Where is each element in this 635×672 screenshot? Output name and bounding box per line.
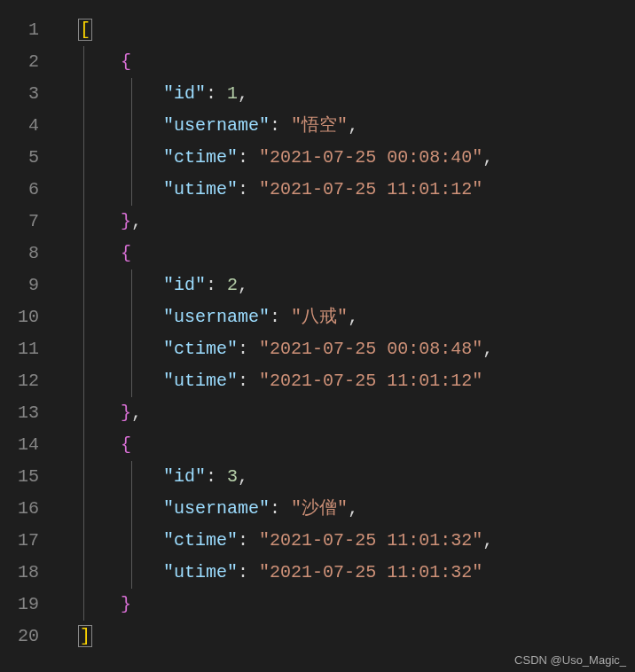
line-number: 1 (0, 14, 55, 46)
json-key: "ctime" (163, 147, 238, 168)
json-value-number: 3 (227, 466, 238, 487)
open-brace: { (121, 51, 131, 72)
code-line: { (78, 46, 635, 78)
open-brace: { (121, 243, 131, 263)
code-line: "id": 1, (78, 78, 635, 110)
code-line: "utime": "2021-07-25 11:01:12" (78, 365, 635, 397)
code-area[interactable]: [ { "id": 1, "username": "悟空", "ctime": … (55, 0, 635, 672)
line-number: 9 (0, 270, 55, 301)
json-value-string: "沙僧" (291, 498, 348, 519)
json-key: "username" (163, 307, 270, 327)
code-line: }, (78, 397, 635, 429)
json-value-string: "2021-07-25 11:01:32" (259, 530, 482, 551)
line-number: 6 (0, 174, 55, 206)
watermark-text: CSDN @Uso_Magic_ (514, 653, 626, 667)
line-number: 13 (0, 397, 55, 429)
line-number: 18 (0, 557, 55, 589)
json-key: "utime" (163, 371, 238, 391)
json-key: "id" (163, 466, 206, 487)
json-key: "id" (163, 275, 206, 295)
json-value-string: "2021-07-25 11:01:12" (259, 179, 482, 199)
json-key: "utime" (163, 562, 238, 582)
code-line: }, (78, 206, 635, 238)
close-brace: } (121, 594, 131, 614)
json-value-number: 1 (227, 83, 238, 104)
json-key: "username" (163, 498, 270, 519)
code-line: "ctime": "2021-07-25 11:01:32", (78, 525, 635, 557)
json-key: "username" (163, 115, 270, 136)
close-brace: } (121, 402, 131, 423)
json-value-number: 2 (227, 275, 238, 295)
code-line: "username": "沙僧", (78, 493, 635, 525)
code-line: "utime": "2021-07-25 11:01:12" (78, 174, 635, 206)
json-value-string: "八戒" (291, 307, 348, 327)
line-number: 7 (0, 206, 55, 238)
code-line: ] (78, 621, 635, 652)
code-line: { (78, 238, 635, 270)
json-value-string: "2021-07-25 11:01:12" (259, 371, 482, 391)
line-number: 3 (0, 78, 55, 110)
line-number-gutter: 1 2 3 4 5 6 7 8 9 10 11 12 13 14 15 16 1… (0, 0, 55, 672)
json-value-string: "2021-07-25 00:08:40" (259, 147, 482, 168)
json-value-string: "2021-07-25 11:01:32" (259, 562, 482, 582)
line-number: 20 (0, 621, 55, 652)
code-line: "utime": "2021-07-25 11:01:32" (78, 557, 635, 589)
line-number: 19 (0, 589, 55, 621)
line-number: 12 (0, 365, 55, 397)
close-bracket: ] (78, 625, 92, 647)
code-line: [ (78, 14, 635, 46)
code-line: "id": 3, (78, 461, 635, 493)
code-line: "username": "八戒", (78, 301, 635, 333)
json-key: "id" (163, 83, 206, 104)
line-number: 14 (0, 429, 55, 461)
line-number: 5 (0, 142, 55, 174)
code-editor: 1 2 3 4 5 6 7 8 9 10 11 12 13 14 15 16 1… (0, 0, 635, 672)
open-bracket: [ (78, 19, 92, 41)
code-line: "ctime": "2021-07-25 00:08:40", (78, 142, 635, 174)
close-brace: } (121, 211, 131, 231)
code-line: "username": "悟空", (78, 110, 635, 142)
line-number: 4 (0, 110, 55, 142)
json-value-string: "2021-07-25 00:08:48" (259, 339, 482, 359)
line-number: 8 (0, 238, 55, 270)
code-line: "id": 2, (78, 270, 635, 301)
line-number: 16 (0, 493, 55, 525)
line-number: 17 (0, 525, 55, 557)
json-value-string: "悟空" (291, 115, 348, 136)
json-key: "ctime" (163, 339, 238, 359)
line-number: 10 (0, 301, 55, 333)
json-key: "utime" (163, 179, 238, 199)
line-number: 15 (0, 461, 55, 493)
open-brace: { (121, 434, 131, 455)
line-number: 11 (0, 333, 55, 365)
line-number: 2 (0, 46, 55, 78)
json-key: "ctime" (163, 530, 238, 551)
code-line: } (78, 589, 635, 621)
code-line: "ctime": "2021-07-25 00:08:48", (78, 333, 635, 365)
code-line: { (78, 429, 635, 461)
